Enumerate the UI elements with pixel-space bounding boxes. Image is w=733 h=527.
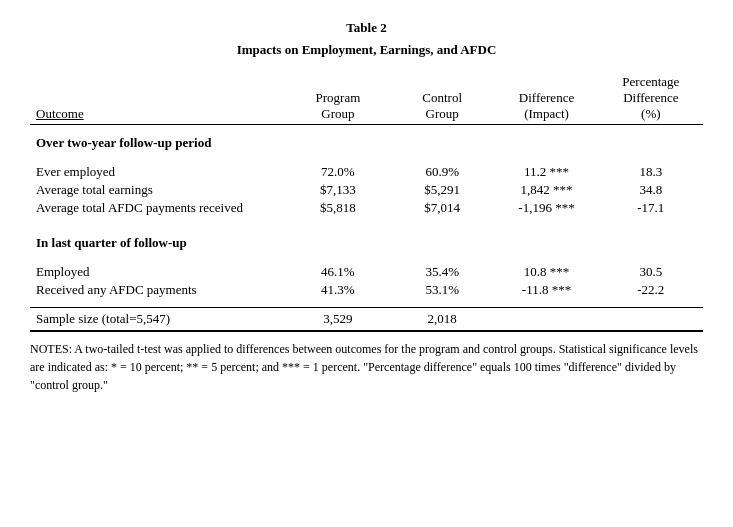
col-header-difference: Difference(Impact) bbox=[494, 72, 598, 125]
sample-program: 3,529 bbox=[286, 307, 390, 331]
table-row: Ever employed 72.0% 60.9% 11.2 *** 18.3 bbox=[30, 163, 703, 181]
col-header-outcome: Outcome bbox=[30, 72, 286, 125]
difference-value: 1,842 *** bbox=[494, 181, 598, 199]
difference-value: -11.8 *** bbox=[494, 281, 598, 299]
program-value: $7,133 bbox=[286, 181, 390, 199]
program-value: 46.1% bbox=[286, 263, 390, 281]
section-title: Over two-year follow-up period bbox=[30, 125, 703, 156]
difference-value: -1,196 *** bbox=[494, 199, 598, 217]
pct-diff-value: 18.3 bbox=[599, 163, 703, 181]
table-title: Table 2 bbox=[30, 20, 703, 36]
col-header-pct-difference: PercentageDifference(%) bbox=[599, 72, 703, 125]
difference-value: 11.2 *** bbox=[494, 163, 598, 181]
outcome-label: Average total AFDC payments received bbox=[30, 199, 286, 217]
col-header-program: ProgramGroup bbox=[286, 72, 390, 125]
control-value: $7,014 bbox=[390, 199, 494, 217]
control-value: 60.9% bbox=[390, 163, 494, 181]
pct-diff-value: -22.2 bbox=[599, 281, 703, 299]
pct-diff-value: -17.1 bbox=[599, 199, 703, 217]
outcome-label: Average total earnings bbox=[30, 181, 286, 199]
section-header-0: Over two-year follow-up period bbox=[30, 125, 703, 156]
outcome-label: Ever employed bbox=[30, 163, 286, 181]
table-row: Average total earnings $7,133 $5,291 1,8… bbox=[30, 181, 703, 199]
section-header-1: In last quarter of follow-up bbox=[30, 225, 703, 255]
table-subtitle: Impacts on Employment, Earnings, and AFD… bbox=[30, 42, 703, 58]
table-row: Received any AFDC payments 41.3% 53.1% -… bbox=[30, 281, 703, 299]
sample-pctdiff bbox=[599, 307, 703, 331]
sample-control: 2,018 bbox=[390, 307, 494, 331]
difference-value: 10.8 *** bbox=[494, 263, 598, 281]
pct-diff-value: 34.8 bbox=[599, 181, 703, 199]
sample-label: Sample size (total=5,547) bbox=[30, 307, 286, 331]
program-value: 41.3% bbox=[286, 281, 390, 299]
outcome-label: Received any AFDC payments bbox=[30, 281, 286, 299]
table-row: Average total AFDC payments received $5,… bbox=[30, 199, 703, 217]
table-row: Employed 46.1% 35.4% 10.8 *** 30.5 bbox=[30, 263, 703, 281]
program-value: 72.0% bbox=[286, 163, 390, 181]
col-header-control: ControlGroup bbox=[390, 72, 494, 125]
pct-diff-value: 30.5 bbox=[599, 263, 703, 281]
outcome-label: Employed bbox=[30, 263, 286, 281]
sample-size-row: Sample size (total=5,547) 3,529 2,018 bbox=[30, 307, 703, 331]
program-value: $5,818 bbox=[286, 199, 390, 217]
notes-text: NOTES: A two-tailed t-test was applied t… bbox=[30, 340, 703, 394]
control-value: 35.4% bbox=[390, 263, 494, 281]
control-value: 53.1% bbox=[390, 281, 494, 299]
control-value: $5,291 bbox=[390, 181, 494, 199]
sample-diff bbox=[494, 307, 598, 331]
section-title: In last quarter of follow-up bbox=[30, 225, 703, 255]
